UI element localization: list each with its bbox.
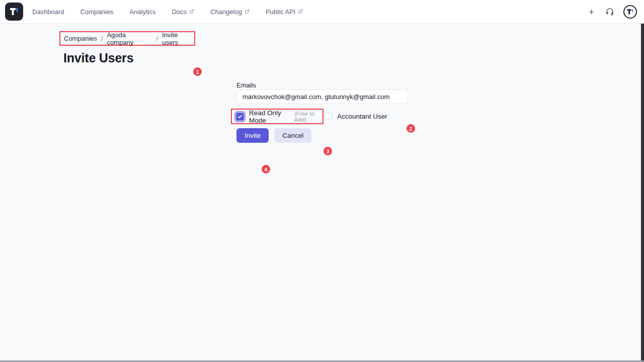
annotation-badge-1: 1	[193, 67, 202, 76]
annotation-box-breadcrumb: Companies / Agoda company / Invite users	[59, 31, 195, 46]
nav-item-public-api[interactable]: Public API	[266, 8, 303, 16]
scrollbar[interactable]	[641, 24, 644, 362]
emails-label: Emails	[236, 81, 256, 89]
nav-item-label: Docs	[172, 8, 187, 16]
nav-item-label: Changelog	[210, 8, 242, 16]
top-navbar: Dashboard Companies Analytics Docs Chang…	[0, 0, 644, 24]
page-title: Invite Users	[63, 51, 133, 65]
nav-item-label: Dashboard	[32, 8, 64, 16]
invite-button[interactable]: Invite	[236, 128, 269, 143]
accountant-checkbox[interactable]	[325, 113, 332, 120]
external-link-icon	[189, 9, 194, 14]
annotation-badge-3: 3	[324, 147, 332, 155]
nav-item-docs[interactable]: Docs	[172, 8, 194, 16]
breadcrumb-separator: /	[156, 35, 158, 42]
navbar-actions: +	[587, 5, 637, 19]
annotation-badge-2: 2	[407, 124, 415, 133]
nav-items: Dashboard Companies Analytics Docs Chang…	[32, 8, 303, 16]
accountant-label[interactable]: Accountant User	[337, 113, 387, 120]
breadcrumb-item-agoda-company[interactable]: Agoda company	[107, 31, 152, 46]
read-only-label[interactable]: Read Only Mode	[249, 109, 292, 124]
read-only-hint: (Free to Add)	[294, 111, 323, 123]
form-actions: Invite Cancel	[236, 128, 311, 143]
check-icon	[237, 114, 243, 119]
read-only-checkbox[interactable]	[236, 113, 244, 121]
app-logo[interactable]	[5, 3, 23, 21]
breadcrumb-item-invite-users[interactable]: Invite users	[162, 31, 194, 46]
user-avatar[interactable]	[623, 5, 637, 19]
annotation-badge-4: 4	[262, 165, 270, 173]
nav-item-label: Public API	[266, 8, 295, 16]
accountant-user-option: Accountant User	[325, 113, 387, 120]
avatar-t-icon	[626, 8, 634, 16]
add-icon[interactable]: +	[587, 6, 596, 18]
breadcrumb: Companies / Agoda company / Invite users	[64, 31, 194, 46]
page-content: Companies / Agoda company / Invite users…	[0, 24, 644, 362]
nav-item-companies[interactable]: Companies	[80, 8, 114, 16]
nav-item-analytics[interactable]: Analytics	[129, 8, 155, 16]
nav-item-changelog[interactable]: Changelog	[210, 8, 250, 16]
support-headset-icon[interactable]	[605, 7, 614, 16]
emails-input[interactable]	[236, 89, 408, 104]
external-link-icon	[245, 9, 250, 14]
breadcrumb-separator: /	[101, 35, 103, 42]
external-link-icon	[298, 9, 303, 14]
nav-item-label: Analytics	[129, 8, 155, 16]
cancel-button[interactable]: Cancel	[274, 128, 311, 143]
logo-t-icon	[9, 7, 19, 17]
nav-item-dashboard[interactable]: Dashboard	[32, 8, 64, 16]
read-only-mode-option: Read Only Mode (Free to Add)	[236, 109, 323, 124]
annotation-box-read-only: Read Only Mode (Free to Add)	[231, 109, 324, 124]
breadcrumb-item-companies[interactable]: Companies	[64, 35, 97, 42]
nav-item-label: Companies	[80, 8, 114, 16]
